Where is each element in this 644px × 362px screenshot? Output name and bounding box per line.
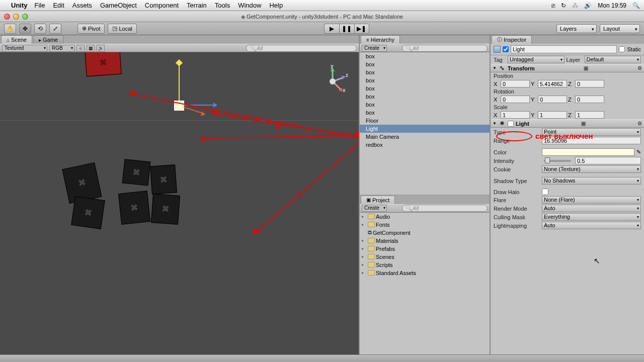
project-item[interactable]: ▸ Prefabs (360, 245, 490, 253)
position-x-field[interactable] (501, 80, 530, 87)
scale-tool-button[interactable]: ⤢ (49, 24, 61, 34)
tab-inspector[interactable]: ⓘInspector (492, 35, 532, 44)
light-culling-dropdown[interactable]: Everything (542, 213, 641, 221)
scene-audio-toggle[interactable]: 🔊 (97, 45, 105, 52)
position-y-field[interactable] (538, 80, 567, 87)
light-intensity-slider[interactable] (544, 160, 571, 162)
scale-z-field[interactable] (575, 111, 604, 119)
pivot-toggle[interactable]: ⊕Pivot (77, 24, 105, 34)
hierarchy-item[interactable]: Main Camera (360, 133, 490, 141)
timemachine-icon[interactable]: ↻ (561, 2, 566, 9)
layers-dropdown[interactable]: Layers (556, 24, 597, 33)
scene-viewport[interactable]: ✖ ✖ ✖ ✖ ✖ ✖ ✖ y (0, 52, 359, 354)
light-gear-icon[interactable]: ⚙ (637, 121, 642, 126)
scene-light-toggle[interactable]: ☼ (76, 45, 85, 52)
hand-tool-button[interactable]: ✋ (4, 24, 16, 34)
scene-search[interactable]: 🔍All (246, 45, 357, 52)
menu-clock[interactable]: Mon 19:59 (598, 2, 626, 9)
hierarchy-item[interactable]: box (360, 60, 490, 68)
light-cookie-field[interactable]: None (Texture) (542, 165, 641, 173)
render-dropdown[interactable]: RGB (49, 45, 74, 52)
menu-file[interactable]: File (35, 2, 45, 9)
rotation-z-field[interactable] (575, 96, 604, 103)
menu-tools[interactable]: Tools (215, 2, 230, 9)
window-zoom-button[interactable] (22, 14, 28, 20)
project-item[interactable]: ▸ Fonts (360, 221, 490, 229)
transform-gear-icon[interactable]: ⚙ (637, 65, 642, 71)
light-enabled-checkbox[interactable] (508, 121, 514, 127)
gameobject-active-checkbox[interactable] (503, 46, 509, 52)
tag-dropdown[interactable]: Untagged (508, 56, 565, 63)
hierarchy-search[interactable]: 🔍All (402, 45, 488, 52)
light-shadow-dropdown[interactable]: No Shadows (542, 177, 641, 185)
project-list[interactable]: ▸ Audio▸ Fonts⧉ GetComponent▸ Materials▸… (360, 213, 490, 355)
static-checkbox[interactable] (619, 46, 625, 52)
tab-project[interactable]: ▣Project (361, 196, 395, 204)
menu-terrain[interactable]: Terrain (187, 2, 207, 9)
rotation-x-field[interactable] (501, 96, 530, 103)
project-item[interactable]: ▸ Standard Assets (360, 269, 490, 277)
tab-game[interactable]: ▸Game (33, 35, 63, 44)
volume-icon[interactable]: 🔊 (584, 2, 592, 9)
hierarchy-item[interactable]: redbox (360, 141, 490, 149)
position-z-field[interactable] (575, 80, 604, 87)
screen-icon[interactable]: ⎚ (551, 2, 555, 9)
scale-y-field[interactable] (538, 111, 567, 119)
menu-window[interactable]: Window (238, 2, 261, 9)
scene-fx-toggle[interactable]: ▦ (87, 45, 95, 52)
project-search[interactable]: 🔍All (402, 205, 488, 212)
gameobject-name-field[interactable] (511, 45, 617, 53)
scale-x-field[interactable] (501, 111, 530, 119)
app-name[interactable]: Unity (11, 2, 28, 9)
menu-component[interactable]: Component (145, 2, 179, 9)
move-tool-button[interactable]: ✥ (19, 24, 31, 34)
light-lightmap-dropdown[interactable]: Auto (542, 222, 641, 229)
tab-hierarchy[interactable]: ≡Hierarchy (361, 35, 400, 44)
light-color-swatch[interactable] (542, 148, 634, 156)
hierarchy-item[interactable]: box (360, 101, 490, 109)
viewcube-gizmo[interactable]: y z x (317, 66, 348, 97)
hierarchy-item[interactable]: Light (360, 125, 490, 133)
bluetooth-icon[interactable]: ⁂ (572, 2, 578, 9)
play-button[interactable]: ▶ (324, 24, 339, 34)
transform-help-icon[interactable]: ▣ (584, 65, 588, 71)
hierarchy-item[interactable]: box (360, 109, 490, 117)
project-create-dropdown[interactable]: Create (362, 205, 387, 212)
layer-dropdown[interactable]: Default (585, 56, 641, 63)
step-button[interactable]: ▶❚ (354, 24, 369, 34)
project-item[interactable]: ▸ Scripts (360, 261, 490, 269)
rotate-tool-button[interactable]: ⟲ (34, 24, 46, 34)
light-help-icon[interactable]: ▣ (581, 121, 586, 126)
light-intensity-field[interactable] (575, 157, 641, 164)
hierarchy-item[interactable]: Floor (360, 117, 490, 125)
project-item[interactable]: ▸ Scenes (360, 253, 490, 261)
project-item[interactable]: ⧉ GetComponent (360, 229, 490, 237)
window-minimize-button[interactable] (13, 14, 19, 20)
menu-gameobject[interactable]: GameObject (100, 2, 137, 9)
transform-component-header[interactable]: ▼ ⤡ Transform ▣ ⚙ (491, 64, 644, 72)
layout-dropdown[interactable]: Layout (600, 24, 640, 33)
light-render-dropdown[interactable]: Auto (542, 205, 641, 212)
spotlight-icon[interactable]: 🔍 (632, 2, 640, 9)
hierarchy-list[interactable]: boxboxboxboxboxboxboxboxFloorLightMain C… (360, 52, 490, 195)
menu-assets[interactable]: Assets (72, 2, 92, 9)
hierarchy-item[interactable]: box (360, 52, 490, 60)
rotation-y-field[interactable] (538, 96, 567, 103)
color-picker-icon[interactable]: ✎ (636, 149, 641, 155)
hierarchy-item[interactable]: box (360, 68, 490, 76)
light-flare-field[interactable]: None (Flare) (542, 196, 641, 204)
pause-button[interactable]: ❚❚ (339, 24, 354, 34)
local-toggle[interactable]: ◳Local (108, 24, 136, 34)
shading-dropdown[interactable]: Textured (2, 45, 47, 52)
window-close-button[interactable] (4, 14, 10, 20)
hierarchy-item[interactable]: box (360, 76, 490, 84)
menu-help[interactable]: Help (269, 2, 283, 9)
menu-edit[interactable]: Edit (53, 2, 64, 9)
hierarchy-item[interactable]: box (360, 93, 490, 101)
project-item[interactable]: ▸ Materials (360, 237, 490, 245)
project-item[interactable]: ▸ Audio (360, 213, 490, 221)
light-component-header[interactable]: ▼ ☀ Light ▣ ⚙ (491, 119, 644, 128)
light-halo-checkbox[interactable] (542, 189, 548, 195)
hierarchy-item[interactable]: box (360, 84, 490, 93)
tab-scene[interactable]: ⌂Scene (1, 35, 32, 44)
